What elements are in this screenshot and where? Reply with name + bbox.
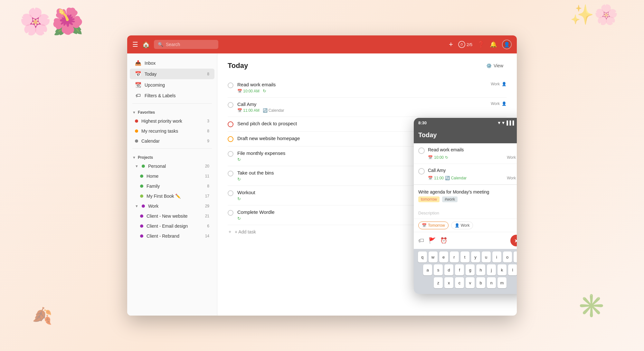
sidebar-item-today[interactable]: 📅 Today 8	[130, 69, 214, 79]
phone-checkbox-1[interactable]	[418, 147, 425, 154]
task-checkbox-6[interactable]	[228, 171, 233, 176]
quick-add-pills: 📅 Tomorrow 👤 Work	[414, 219, 517, 232]
send-button[interactable]: ➤	[510, 235, 517, 246]
sidebar-item-rebrand[interactable]: Client - Rebrand 14	[130, 231, 214, 241]
key-x[interactable]: x	[444, 277, 453, 288]
key-q[interactable]: q	[418, 251, 427, 262]
favorites-section-header[interactable]: ▼ Favorites	[127, 106, 217, 116]
task-meta-1: 📅 10:00 AM ↻	[237, 89, 487, 93]
search-input[interactable]	[166, 42, 214, 47]
karma-badge[interactable]: ⏱ 2/5	[458, 41, 472, 48]
key-z[interactable]: z	[434, 277, 443, 288]
notification-icon[interactable]: 🔔	[490, 41, 497, 48]
phone-menu-icon[interactable]: ⋮	[516, 131, 517, 139]
task-project-1: Work 👤	[491, 82, 507, 86]
view-button[interactable]: ⚙️ View	[483, 61, 507, 70]
sidebar-item-highest-priority[interactable]: Highest priority work 3	[130, 116, 214, 126]
sidebar-item-inbox[interactable]: 📥 Inbox	[130, 58, 214, 68]
phone-checkbox-2[interactable]	[418, 168, 425, 175]
keyboard-row-1: q w e r t y u i o p	[415, 251, 517, 262]
sidebar-item-calendar[interactable]: Calendar 9	[130, 136, 214, 146]
menu-icon[interactable]: ☰	[132, 41, 138, 48]
key-v[interactable]: v	[466, 277, 475, 288]
phone-task-time-2: 📅 11:00 🔄 Calendar	[428, 176, 467, 180]
sidebar-item-recurring[interactable]: My recurring tasks 8	[130, 126, 214, 136]
email-design-count: 6	[207, 224, 209, 228]
sidebar-item-personal[interactable]: ▼ Personal 20	[130, 161, 214, 171]
sidebar-item-work[interactable]: ▼ Work 29	[130, 201, 214, 211]
decor-flowers-tl: 🌸🌺	[19, 6, 84, 37]
task-checkbox-2[interactable]	[228, 102, 233, 108]
task-project-2: Work 👤	[491, 101, 507, 106]
new-website-dot	[140, 214, 143, 218]
key-c[interactable]: c	[455, 277, 464, 288]
sidebar-divider-1	[132, 103, 212, 104]
key-r[interactable]: r	[450, 251, 459, 262]
task-checkbox-7[interactable]	[228, 190, 233, 196]
key-k[interactable]: k	[497, 264, 507, 275]
key-f[interactable]: f	[455, 264, 464, 275]
key-w[interactable]: w	[429, 251, 438, 262]
key-i[interactable]: i	[492, 251, 501, 262]
task-body-2: Call Amy 📅 11:00 AM 🔄 Calendar	[237, 101, 487, 113]
key-j[interactable]: j	[487, 264, 496, 275]
person-pill-icon: 👤	[455, 223, 459, 228]
home-icon[interactable]: 🏠	[142, 41, 150, 48]
family-dot	[140, 185, 143, 188]
key-u[interactable]: u	[482, 251, 491, 262]
search-bar[interactable]: 🔍	[154, 40, 218, 49]
phone-task-project-2: Work 👤	[507, 176, 517, 180]
help-icon[interactable]: ❓	[478, 41, 485, 48]
key-l[interactable]: l	[508, 264, 517, 275]
task-checkbox-1[interactable]	[228, 82, 233, 88]
task-time-2: 📅 11:00 AM	[237, 108, 260, 113]
sidebar-item-family[interactable]: Family 8	[130, 181, 214, 191]
key-p[interactable]: p	[514, 251, 517, 262]
projects-section-header[interactable]: ▼ Projects	[127, 151, 217, 161]
calendar-label: Calendar	[141, 138, 204, 144]
key-t[interactable]: t	[460, 251, 469, 262]
main-content: Today ⚙️ View Read work emails 📅 10:00 A…	[217, 53, 517, 316]
bookmark-icon[interactable]: 🚩	[429, 237, 436, 244]
calendar-count: 9	[207, 139, 209, 143]
key-n[interactable]: n	[487, 277, 496, 288]
date-pill[interactable]: 📅 Tomorrow	[418, 222, 449, 229]
key-g[interactable]: g	[466, 264, 475, 275]
sidebar-item-firstbook[interactable]: My First Book ✏️ 17	[130, 191, 214, 201]
add-task-header-button[interactable]: +	[449, 40, 453, 49]
key-m[interactable]: m	[497, 277, 507, 288]
quick-add-description[interactable]: Description	[414, 211, 517, 219]
sidebar-item-upcoming[interactable]: 📆 Upcoming	[130, 80, 214, 90]
key-o[interactable]: o	[503, 251, 512, 262]
reminder-icon[interactable]: ⏰	[440, 237, 447, 244]
flag-icon[interactable]: 🏷	[418, 237, 424, 244]
task-checkbox-8[interactable]	[228, 210, 233, 216]
project-pill[interactable]: 👤 Work	[451, 222, 473, 229]
task-checkbox-3[interactable]	[228, 121, 233, 127]
key-e[interactable]: e	[439, 251, 448, 262]
personal-collapse-icon: ▼	[135, 164, 138, 168]
home-count: 11	[205, 174, 209, 178]
phone-task-top-2: Call Amy	[418, 168, 517, 175]
key-d[interactable]: d	[444, 264, 453, 275]
quick-add-text-area[interactable]: Write agenda for Monday's meeting tomorr…	[414, 185, 517, 211]
sidebar-item-home[interactable]: Home 11	[130, 171, 214, 181]
keyboard-row-2: a s d f g h j k l	[415, 264, 517, 275]
app-body: 📥 Inbox 📅 Today 8 📆 Upcoming 🏷 Filters &…	[127, 53, 517, 316]
sidebar-item-email-design[interactable]: Client - Email design 6	[130, 221, 214, 231]
sidebar-item-new-website[interactable]: Client - New website 21	[130, 211, 214, 221]
sidebar-item-filters[interactable]: 🏷 Filters & Labels	[130, 90, 214, 101]
key-b[interactable]: b	[476, 277, 485, 288]
avatar[interactable]: 👤	[502, 40, 512, 49]
task-checkbox-5[interactable]	[228, 151, 233, 157]
phone-task-project-1: Work 👤	[507, 155, 517, 160]
wifi-icon: ▼▼	[497, 120, 506, 125]
search-icon: 🔍	[158, 42, 163, 47]
key-a[interactable]: a	[423, 264, 432, 275]
key-h[interactable]: h	[476, 264, 485, 275]
key-y[interactable]: y	[471, 251, 480, 262]
task-checkbox-4[interactable]	[228, 136, 233, 142]
phone-time: 8:30	[418, 120, 427, 125]
key-s[interactable]: s	[434, 264, 443, 275]
project-pill-label: Work	[461, 223, 470, 228]
